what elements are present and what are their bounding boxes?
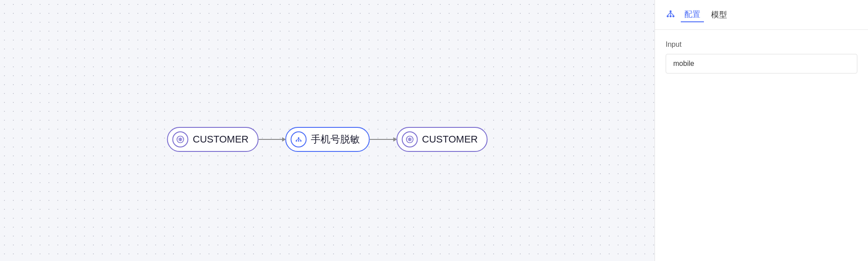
sink-node[interactable]: CUSTOMER bbox=[396, 127, 488, 152]
svg-point-14 bbox=[667, 15, 669, 17]
right-panel: 配置 模型 Input mobile bbox=[655, 0, 868, 261]
svg-line-17 bbox=[668, 12, 671, 15]
arrow-line-1 bbox=[258, 139, 285, 140]
svg-line-7 bbox=[296, 139, 298, 140]
processor-node[interactable]: 手机号脱敏 bbox=[285, 127, 370, 152]
source-node[interactable]: CUSTOMER bbox=[167, 127, 259, 152]
svg-point-6 bbox=[300, 140, 301, 142]
panel-header: 配置 模型 bbox=[655, 0, 868, 30]
arrow-line-2 bbox=[370, 139, 396, 140]
arrow-connector-2 bbox=[370, 139, 396, 140]
flow-container: CUSTOMER 手机号脱敏 bbox=[167, 127, 488, 152]
input-field-container[interactable]: mobile bbox=[666, 54, 857, 73]
svg-point-3 bbox=[297, 137, 299, 139]
nodes-icon bbox=[666, 9, 675, 20]
input-field-value: mobile bbox=[673, 60, 694, 67]
svg-point-4 bbox=[295, 140, 297, 142]
source-node-label: CUSTOMER bbox=[193, 134, 249, 145]
table-sink-icon bbox=[402, 131, 418, 147]
svg-line-19 bbox=[671, 12, 673, 15]
svg-point-15 bbox=[670, 15, 672, 17]
arrow-connector-1 bbox=[258, 139, 285, 140]
input-section-label: Input bbox=[666, 41, 857, 49]
svg-point-16 bbox=[672, 15, 675, 17]
svg-point-13 bbox=[670, 10, 672, 12]
svg-point-5 bbox=[297, 140, 299, 142]
panel-content: Input mobile bbox=[655, 30, 868, 261]
tab-model[interactable]: 模型 bbox=[707, 8, 731, 22]
svg-line-9 bbox=[298, 139, 301, 140]
canvas-area: CUSTOMER 手机号脱敏 bbox=[0, 0, 655, 261]
transform-icon bbox=[290, 131, 306, 147]
table-icon bbox=[173, 131, 189, 147]
sink-node-label: CUSTOMER bbox=[422, 134, 478, 145]
processor-node-label: 手机号脱敏 bbox=[311, 133, 360, 146]
tab-config[interactable]: 配置 bbox=[681, 7, 704, 22]
